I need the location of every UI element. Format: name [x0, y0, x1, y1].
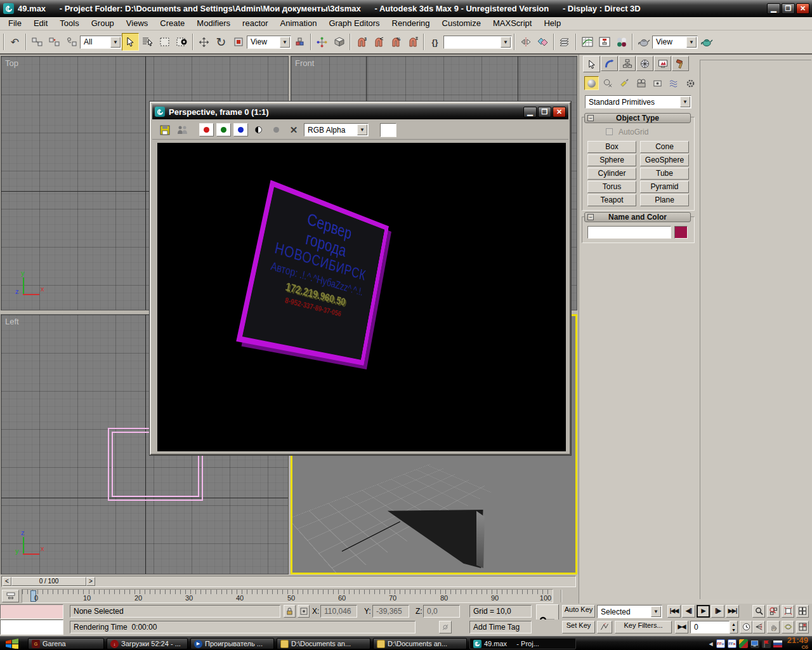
menu-modifiers[interactable]: Modifiers: [191, 17, 237, 30]
tray-antivirus-icon[interactable]: [739, 639, 748, 648]
save-image-button[interactable]: [157, 123, 173, 137]
background-color-swatch[interactable]: [380, 123, 396, 137]
absolute-offset-toggle-button[interactable]: [298, 605, 310, 618]
zoom-button[interactable]: [752, 605, 765, 618]
button-teapot[interactable]: Teapot: [587, 194, 636, 206]
align-button[interactable]: [534, 33, 551, 51]
render-window-title-bar[interactable]: Perspective, frame 0 (1:1) ▁ ❐ ✕: [152, 104, 568, 119]
tab-create[interactable]: [583, 56, 600, 72]
go-to-end-button[interactable]: ▶▶|: [726, 605, 739, 618]
object-color-swatch[interactable]: [674, 226, 688, 239]
autogrid-checkbox[interactable]: [606, 128, 613, 135]
angle-snap-toggle-button[interactable]: [370, 33, 387, 51]
taskbar-item-3dsmax[interactable]: 49.max - Proj...: [469, 638, 576, 649]
default-in-out-tangents-button[interactable]: [597, 621, 612, 633]
menu-file[interactable]: File: [3, 17, 28, 30]
category-helpers[interactable]: [650, 76, 665, 90]
tab-utilities[interactable]: [672, 56, 689, 71]
go-to-frame-button[interactable]: ▶◀: [675, 621, 688, 633]
arc-rotate-button[interactable]: [782, 621, 794, 633]
select-and-move-button[interactable]: [195, 33, 213, 51]
category-shapes[interactable]: [601, 76, 615, 90]
go-to-start-button[interactable]: |◀◀: [667, 605, 681, 618]
button-torus[interactable]: Torus: [587, 181, 636, 193]
rendered-image-canvas[interactable]: Сервер города НОВОСИБИРСК Автор: .!.^.^Н…: [157, 143, 566, 451]
menu-help[interactable]: Help: [538, 17, 567, 30]
button-sphere[interactable]: Sphere: [587, 154, 636, 166]
button-tube[interactable]: Tube: [640, 168, 689, 180]
close-button[interactable]: ✕: [796, 3, 809, 14]
next-frame-button[interactable]: ||▶: [711, 605, 724, 618]
tray-network-icon[interactable]: [750, 639, 759, 648]
time-configuration-button[interactable]: [740, 621, 752, 633]
reference-coordinate-dropdown[interactable]: View ▼: [247, 36, 291, 49]
quick-render-button[interactable]: [698, 33, 715, 51]
restore-button[interactable]: ❐: [782, 3, 795, 14]
category-lights[interactable]: [617, 76, 632, 90]
name-color-rollout-header[interactable]: − Name and Color: [584, 212, 691, 222]
key-filters-button[interactable]: Key Filters...: [615, 621, 672, 633]
pan-view-button[interactable]: [767, 621, 780, 633]
button-pyramid[interactable]: Pyramid: [640, 181, 689, 193]
zoom-all-button[interactable]: [767, 605, 780, 618]
select-and-manipulate-button[interactable]: [313, 33, 331, 51]
curve-editor-button[interactable]: [579, 33, 596, 51]
use-pivot-center-button[interactable]: [291, 33, 308, 51]
maxscript-mini-listener-white[interactable]: [0, 620, 63, 635]
taskbar-item-explorer-2[interactable]: D:\Documents an...: [373, 638, 467, 649]
zoom-extents-all-button[interactable]: [796, 605, 809, 618]
rendered-frame-window[interactable]: Perspective, frame 0 (1:1) ▁ ❐ ✕: [150, 102, 571, 455]
mirror-button[interactable]: [517, 33, 534, 51]
primitives-category-dropdown[interactable]: Standard Primitives ▼: [585, 95, 691, 109]
tray-ffa-icon[interactable]: FFa: [728, 639, 737, 648]
edit-named-selection-sets-button[interactable]: {}: [426, 33, 443, 51]
window-crossing-toggle-button[interactable]: [173, 33, 190, 51]
select-by-name-button[interactable]: [139, 33, 156, 51]
start-button[interactable]: [5, 639, 20, 649]
snap-toggle-3d-button[interactable]: 3: [353, 33, 370, 51]
unlink-button[interactable]: [46, 33, 63, 51]
taskbar-item-player[interactable]: ▶ Проигрыватель ...: [190, 638, 274, 649]
taskbar-item-explorer-1[interactable]: D:\Documents an...: [277, 638, 370, 649]
render-minimize-button[interactable]: ▁: [523, 107, 537, 117]
communication-center-button[interactable]: [439, 621, 452, 633]
tray-flag-icon[interactable]: [762, 639, 771, 648]
clone-window-button[interactable]: [175, 123, 190, 137]
select-object-button[interactable]: [122, 33, 139, 51]
category-geometry[interactable]: [584, 76, 599, 90]
render-close-button[interactable]: ✕: [553, 107, 566, 117]
menu-tools[interactable]: Tools: [54, 17, 85, 30]
schematic-view-button[interactable]: [596, 33, 613, 51]
maxscript-mini-listener-pink[interactable]: [0, 604, 63, 619]
menu-rendering[interactable]: Rendering: [386, 17, 436, 30]
select-and-rotate-button[interactable]: ↻: [213, 33, 230, 51]
menu-views[interactable]: Views: [121, 17, 154, 30]
percent-snap-toggle-button[interactable]: %: [387, 33, 404, 51]
keyboard-override-button[interactable]: [331, 33, 348, 51]
selection-set-dropdown[interactable]: Selected ▼: [597, 605, 662, 618]
tray-ffu-icon[interactable]: FFu: [716, 639, 725, 648]
monochrome-button[interactable]: [251, 123, 266, 137]
tab-motion[interactable]: [636, 56, 653, 71]
red-channel-button[interactable]: [199, 123, 214, 136]
category-cameras[interactable]: [634, 76, 648, 90]
layer-manager-button[interactable]: [556, 33, 573, 51]
minimize-button[interactable]: ▁: [767, 3, 780, 14]
menu-group[interactable]: Group: [86, 17, 121, 30]
menu-animation[interactable]: Animation: [275, 17, 324, 30]
taskbar-item-garena[interactable]: G Garena: [28, 638, 104, 649]
current-frame-field[interactable]: 0: [690, 621, 730, 633]
time-slider-prev-button[interactable]: <: [3, 577, 11, 586]
tab-display[interactable]: [654, 56, 671, 71]
object-name-input[interactable]: [587, 226, 671, 239]
render-preset-dropdown[interactable]: View ▼: [652, 36, 698, 49]
menu-graph-editors[interactable]: Graph Editors: [323, 17, 386, 30]
channel-display-dropdown[interactable]: RGB Alpha ▼: [304, 123, 369, 136]
time-slider-track[interactable]: < 0 / 100 >: [1, 576, 576, 587]
button-geosphere[interactable]: GeoSphere: [640, 154, 689, 166]
blue-channel-button[interactable]: [233, 123, 248, 136]
menu-customize[interactable]: Customize: [436, 17, 487, 30]
bind-to-spacewarp-button[interactable]: [63, 33, 80, 51]
selection-filter-dropdown[interactable]: All ▼: [80, 36, 122, 49]
category-spacewarps[interactable]: [667, 76, 681, 90]
